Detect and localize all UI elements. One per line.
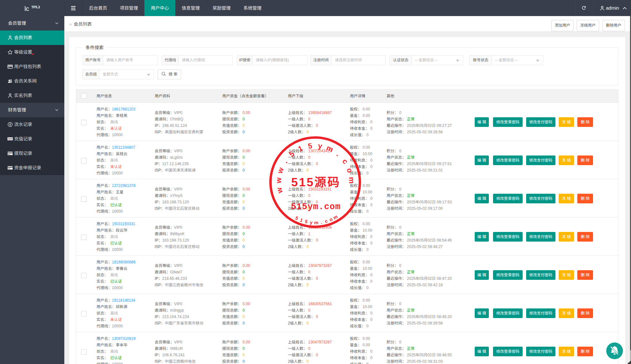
svg-text:PayPal: PayPal [8,138,13,140]
